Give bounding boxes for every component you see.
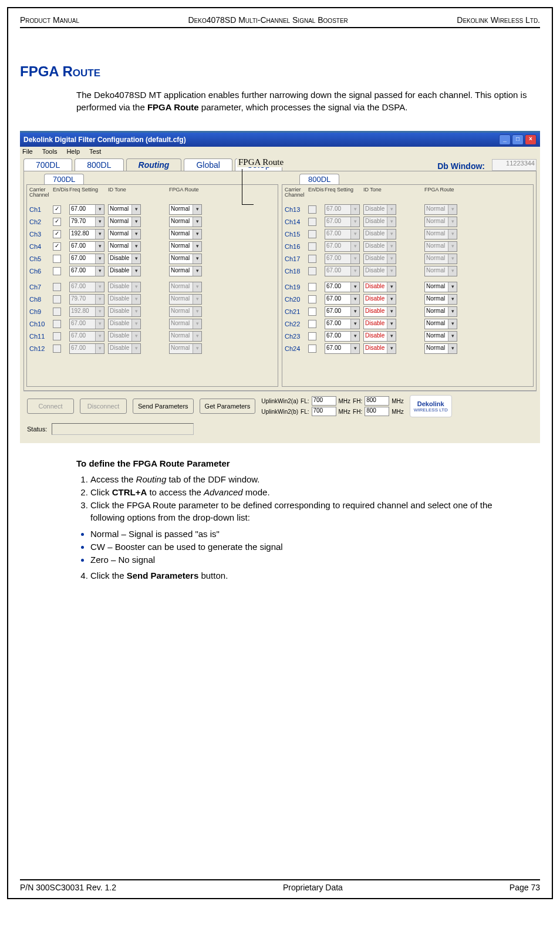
freq-combo[interactable]: 67.00: [69, 204, 104, 215]
freq-combo[interactable]: 67.00: [325, 331, 360, 342]
freq-combo: 67.00: [325, 229, 360, 239]
channel-label: Ch6: [29, 268, 49, 275]
channel-label: Ch19: [285, 283, 305, 291]
freq-combo: 67.00: [325, 254, 360, 264]
enable-checkbox[interactable]: [308, 332, 316, 340]
tab-global[interactable]: Global: [184, 158, 232, 171]
freq-combo[interactable]: 67.00: [325, 319, 360, 329]
freq-combo: 79.70: [69, 294, 104, 305]
step-3: Click the FPGA Route parameter to be def…: [90, 499, 528, 525]
idtone-combo[interactable]: Normal: [108, 241, 141, 252]
close-icon[interactable]: ×: [525, 134, 537, 145]
subtab-700dl[interactable]: 700DL: [44, 174, 84, 184]
tab-800dl[interactable]: 800DL: [75, 158, 123, 171]
idtone-combo[interactable]: Disable: [363, 343, 396, 354]
subtab-800dl[interactable]: 800DL: [299, 174, 339, 184]
app-screenshot: FPGA Route Dekolink Digital Filter Confi…: [20, 131, 540, 443]
freq-combo[interactable]: 67.00: [325, 343, 360, 354]
idtone-combo[interactable]: Normal: [108, 217, 141, 227]
fpga-route-combo[interactable]: Normal: [424, 343, 457, 354]
fpga-route-combo[interactable]: Normal: [169, 241, 202, 252]
idtone-combo[interactable]: Disable: [108, 254, 141, 264]
fpga-route-combo[interactable]: Normal: [424, 294, 457, 305]
freq-combo[interactable]: 67.00: [325, 306, 360, 317]
idtone-combo[interactable]: Normal: [108, 204, 141, 215]
enable-checkbox[interactable]: [53, 205, 61, 214]
enable-checkbox[interactable]: [308, 295, 316, 303]
freq-combo[interactable]: 67.00: [69, 266, 104, 276]
fpga-route-combo[interactable]: Normal: [169, 266, 202, 276]
idtone-combo[interactable]: Disable: [363, 294, 396, 305]
menu-tools[interactable]: Tools: [42, 148, 58, 155]
channel-label: Ch12: [29, 345, 49, 352]
idtone-combo[interactable]: Disable: [363, 306, 396, 317]
fpga-route-combo[interactable]: Normal: [169, 204, 202, 215]
window-titlebar[interactable]: Dekolink Digital Filter Configuration (d…: [20, 133, 540, 147]
enable-checkbox[interactable]: [308, 345, 316, 353]
idtone-combo[interactable]: Disable: [108, 266, 141, 276]
freq-combo[interactable]: 79.70: [69, 217, 104, 227]
fpga-route-callout: FPGA Route: [237, 157, 285, 167]
connect-button[interactable]: Connect: [27, 399, 74, 414]
fpga-route-combo: Normal: [424, 217, 457, 227]
uplink-a-fh[interactable]: 800: [365, 396, 389, 406]
fpga-route-combo[interactable]: Normal: [424, 282, 457, 292]
freq-combo: 67.00: [325, 204, 360, 215]
hdr-endis: En/Dis: [53, 187, 66, 202]
bullet-normal: Normal – Signal is passed "as is": [90, 528, 528, 541]
tab-routing[interactable]: Routing: [126, 158, 182, 171]
menu-test[interactable]: Test: [89, 148, 101, 155]
enable-checkbox: [53, 283, 61, 291]
freq-combo[interactable]: 67.00: [69, 241, 104, 252]
idtone-combo[interactable]: Normal: [108, 229, 141, 239]
enable-checkbox[interactable]: [53, 255, 61, 263]
footer-right: Page 73: [510, 883, 540, 892]
tab-700dl[interactable]: 700DL: [23, 158, 72, 171]
idtone-combo[interactable]: Disable: [363, 319, 396, 329]
fpga-route-combo: Normal: [169, 319, 202, 329]
freq-combo: 67.00: [69, 282, 104, 292]
freq-combo[interactable]: 67.00: [69, 254, 104, 264]
uplink-b-fh[interactable]: 800: [365, 407, 389, 416]
disconnect-button[interactable]: Disconnect: [80, 399, 127, 414]
fpga-route-combo[interactable]: Normal: [169, 229, 202, 239]
freq-combo[interactable]: 192.80: [69, 229, 104, 239]
menu-help[interactable]: Help: [66, 148, 80, 155]
enable-checkbox[interactable]: [308, 320, 316, 328]
idtone-combo[interactable]: Disable: [363, 331, 396, 342]
uplink-b-fl[interactable]: 700: [312, 407, 336, 416]
enable-checkbox: [308, 205, 316, 214]
enable-checkbox[interactable]: [308, 283, 316, 291]
enable-checkbox: [308, 255, 316, 263]
freq-combo: 67.00: [69, 331, 104, 342]
channel-label: Ch4: [29, 243, 49, 250]
enable-checkbox: [53, 308, 61, 316]
idtone-combo: Disable: [108, 331, 141, 342]
idtone-combo[interactable]: Disable: [363, 282, 396, 292]
channel-label: Ch15: [285, 231, 305, 238]
menu-file[interactable]: File: [22, 148, 33, 155]
get-parameters-button[interactable]: Get Parameters: [200, 399, 256, 414]
maximize-icon[interactable]: □: [512, 134, 524, 145]
fpga-route-combo[interactable]: Normal: [169, 217, 202, 227]
step-2: Click CTRL+A to access the Advanced mode…: [90, 486, 528, 499]
callout-arrow: [242, 204, 254, 205]
enable-checkbox[interactable]: [53, 218, 61, 226]
hdr-carrier: Carrier Channel: [29, 187, 49, 202]
minimize-icon[interactable]: _: [499, 134, 511, 145]
enable-checkbox: [308, 267, 316, 275]
send-parameters-button[interactable]: Send Parameters: [133, 399, 194, 414]
enable-checkbox[interactable]: [308, 308, 316, 316]
fpga-route-combo[interactable]: Normal: [169, 254, 202, 264]
freq-combo[interactable]: 67.00: [325, 282, 360, 292]
freq-combo[interactable]: 67.00: [325, 294, 360, 305]
fpga-route-combo[interactable]: Normal: [424, 331, 457, 342]
fpga-route-combo[interactable]: Normal: [424, 319, 457, 329]
enable-checkbox[interactable]: [53, 242, 61, 251]
enable-checkbox[interactable]: [53, 230, 61, 238]
uplink-a-fl[interactable]: 700: [312, 396, 336, 406]
enable-checkbox[interactable]: [53, 267, 61, 275]
fpga-route-combo[interactable]: Normal: [424, 306, 457, 317]
db-window-value: 11223344: [492, 159, 537, 171]
hdr-id-r: ID Tone: [363, 187, 396, 202]
